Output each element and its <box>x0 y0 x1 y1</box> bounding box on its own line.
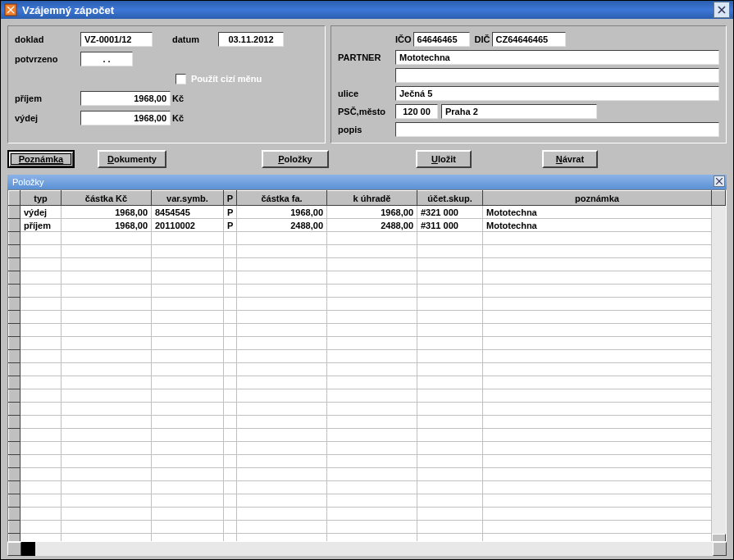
grid-cell[interactable] <box>237 455 327 468</box>
grid-cell[interactable] <box>224 508 237 521</box>
row-header[interactable] <box>9 285 21 298</box>
vscroll-track-cell[interactable] <box>712 337 726 350</box>
grid-cell[interactable] <box>237 285 327 298</box>
col-header-var-symb[interactable]: var.symb. <box>152 191 224 206</box>
grid-cell[interactable] <box>224 245 237 258</box>
grid-cell[interactable] <box>327 337 417 350</box>
ulozit-button[interactable]: Uložit <box>416 150 472 168</box>
grid-cell[interactable] <box>483 285 712 298</box>
grid-cell[interactable] <box>327 403 417 416</box>
grid-cell[interactable] <box>62 429 152 442</box>
table-row[interactable] <box>9 403 726 416</box>
grid-cell[interactable] <box>483 455 712 468</box>
vscroll-track-cell[interactable] <box>712 271 726 285</box>
grid-cell[interactable] <box>21 389 62 403</box>
grid-cell[interactable] <box>237 337 327 350</box>
grid-cell[interactable] <box>224 232 237 245</box>
row-header[interactable] <box>9 403 21 416</box>
grid-cell[interactable] <box>62 521 152 534</box>
table-row[interactable] <box>9 376 726 389</box>
grid-cell[interactable] <box>224 442 237 455</box>
table-row[interactable] <box>9 508 726 521</box>
grid-cell[interactable] <box>483 429 712 442</box>
grid-cell[interactable] <box>152 298 224 311</box>
grid-cell[interactable] <box>152 534 224 543</box>
grid-cell[interactable]: 1968,00 <box>237 206 327 219</box>
row-header[interactable] <box>9 442 21 455</box>
grid-cell[interactable] <box>224 481 237 494</box>
grid-cell[interactable] <box>483 298 712 311</box>
grid-cell[interactable] <box>224 324 237 337</box>
grid-cell[interactable] <box>327 521 417 534</box>
grid-cell[interactable] <box>327 232 417 245</box>
polozky-button[interactable]: Položky <box>262 150 329 168</box>
grid-cell[interactable] <box>224 376 237 389</box>
grid-cell[interactable] <box>417 455 483 468</box>
grid-cell[interactable]: #321 000 <box>417 206 483 219</box>
grid-cell[interactable] <box>224 285 237 298</box>
grid-cell[interactable] <box>237 258 327 271</box>
grid-cell[interactable] <box>62 337 152 350</box>
grid-cell[interactable] <box>224 389 237 403</box>
grid-cell[interactable] <box>483 389 712 403</box>
mesto-field[interactable]: Praha 2 <box>441 104 597 119</box>
grid-cell[interactable] <box>327 363 417 376</box>
grid-cell[interactable] <box>483 376 712 389</box>
grid-cell[interactable] <box>417 232 483 245</box>
grid-cell[interactable] <box>224 455 237 468</box>
grid-cell[interactable] <box>62 455 152 468</box>
grid-cell[interactable] <box>237 376 327 389</box>
grid-cell[interactable] <box>152 416 224 429</box>
grid-cell[interactable] <box>62 245 152 258</box>
ico-field[interactable]: 64646465 <box>413 32 470 47</box>
grid-cell[interactable] <box>483 442 712 455</box>
hscroll-track[interactable] <box>21 542 713 556</box>
grid-cell[interactable] <box>417 429 483 442</box>
partner-field[interactable]: Mototechna <box>395 50 719 65</box>
row-header[interactable] <box>9 521 21 534</box>
row-header[interactable] <box>9 363 21 376</box>
scroll-up-button[interactable] <box>712 191 726 206</box>
row-header[interactable] <box>9 481 21 494</box>
popis-field[interactable] <box>395 122 719 137</box>
doklad-field[interactable]: VZ-0001/12 <box>80 32 153 47</box>
grid-cell[interactable] <box>152 363 224 376</box>
row-header[interactable] <box>9 298 21 311</box>
grid-cell[interactable] <box>417 285 483 298</box>
grid-cell[interactable]: 2488,00 <box>237 219 327 232</box>
row-header[interactable] <box>9 337 21 350</box>
vscroll-track-cell[interactable] <box>712 324 726 337</box>
grid-cell[interactable] <box>152 337 224 350</box>
grid-cell[interactable] <box>21 311 62 324</box>
grid-cell[interactable] <box>417 311 483 324</box>
col-header-poznamka[interactable]: poznámka <box>483 191 712 206</box>
grid-cell[interactable] <box>237 245 327 258</box>
vydej-field[interactable]: 1968,00 <box>80 111 171 125</box>
grid-cell[interactable] <box>483 481 712 494</box>
table-row[interactable] <box>9 389 726 403</box>
table-row[interactable] <box>9 455 726 468</box>
grid-cell[interactable] <box>152 311 224 324</box>
row-header[interactable] <box>9 429 21 442</box>
grid-cell[interactable] <box>483 232 712 245</box>
grid-cell[interactable] <box>417 494 483 508</box>
grid-cell[interactable] <box>237 350 327 363</box>
vscroll-track-cell[interactable] <box>712 521 726 534</box>
table-row[interactable] <box>9 468 726 481</box>
table-row[interactable] <box>9 363 726 376</box>
grid-cell[interactable] <box>21 534 62 543</box>
col-header-castka-fa[interactable]: částka fa. <box>237 191 327 206</box>
grid-cell[interactable] <box>483 521 712 534</box>
table-row[interactable] <box>9 521 726 534</box>
grid-cell[interactable] <box>152 232 224 245</box>
table-row[interactable] <box>9 258 726 271</box>
table-row[interactable]: výdej1968,008454545P1968,001968,00#321 0… <box>9 206 726 219</box>
hscroll-left-button[interactable] <box>7 542 21 556</box>
grid-cell[interactable] <box>483 534 712 543</box>
grid-cell[interactable] <box>417 442 483 455</box>
grid-cell[interactable] <box>224 337 237 350</box>
row-header[interactable] <box>9 245 21 258</box>
grid-cell[interactable] <box>237 403 327 416</box>
grid-cell[interactable]: 20110002 <box>152 219 224 232</box>
grid-cell[interactable] <box>237 416 327 429</box>
